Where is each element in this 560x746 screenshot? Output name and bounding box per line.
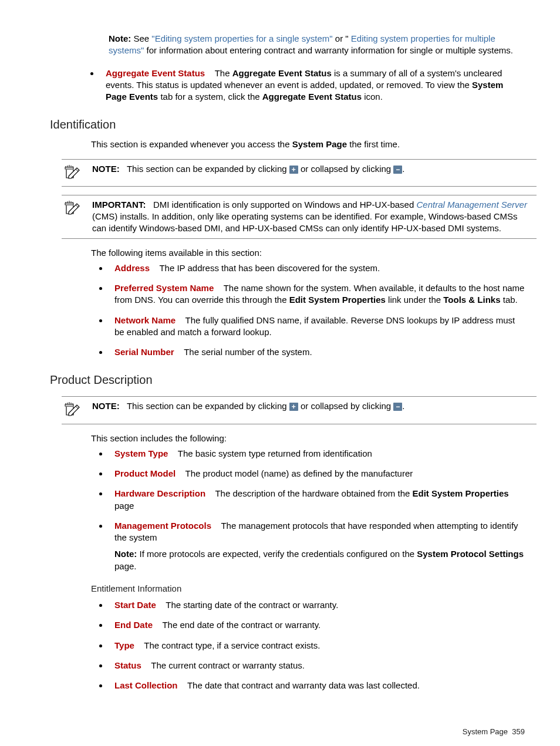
heading-entitlement-information: Entitlement Information bbox=[91, 583, 525, 595]
list-item: Status The current contract or warranty … bbox=[109, 660, 525, 671]
term-address: Address bbox=[114, 263, 150, 273]
note-label: Note: bbox=[109, 33, 131, 43]
list-item: Address The IP address that has been dis… bbox=[109, 262, 525, 274]
important-box: IMPORTANT: DMI identification is only su… bbox=[62, 195, 537, 239]
svg-rect-2 bbox=[65, 404, 73, 406]
note-label: NOTE: bbox=[92, 401, 120, 411]
term-product-model: Product Model bbox=[114, 468, 176, 478]
items-intro: The following items available in this se… bbox=[91, 247, 525, 259]
svg-rect-0 bbox=[65, 167, 73, 169]
heading-product-description: Product Description bbox=[50, 372, 525, 388]
list-item: Serial Number The serial number of the s… bbox=[109, 346, 525, 358]
note-label: Note: bbox=[114, 549, 137, 559]
term-start-date: Start Date bbox=[114, 600, 156, 610]
pencil-note-icon bbox=[64, 164, 82, 180]
important-label: IMPORTANT: bbox=[92, 200, 146, 210]
expand-plus-icon[interactable]: + bbox=[289, 166, 298, 174]
note-box: NOTE: This section can be expanded by cl… bbox=[62, 396, 537, 424]
term-preferred-system-name: Preferred System Name bbox=[114, 283, 214, 293]
collapse-minus-icon[interactable]: − bbox=[393, 403, 402, 411]
term-serial-number: Serial Number bbox=[114, 347, 174, 357]
product-intro: This section includes the following: bbox=[91, 433, 525, 444]
list-item: Network Name The fully qualified DNS nam… bbox=[109, 315, 525, 339]
collapse-minus-icon[interactable]: − bbox=[393, 166, 402, 174]
link-edit-single[interactable]: "Editing system properties for a single … bbox=[151, 33, 332, 43]
note-paragraph: Note: See "Editing system properties for… bbox=[109, 33, 525, 57]
link-cms[interactable]: Central Management Server bbox=[416, 200, 527, 210]
term-type: Type bbox=[114, 640, 134, 650]
list-item: Hardware Description The description of … bbox=[109, 488, 525, 512]
list-item: System Type The basic system type return… bbox=[109, 448, 525, 460]
term-end-date: End Date bbox=[114, 620, 153, 630]
list-item: Type The contract type, if a service con… bbox=[109, 640, 525, 652]
term-network-name: Network Name bbox=[114, 315, 176, 325]
expand-plus-icon[interactable]: + bbox=[289, 403, 298, 411]
list-item: Management Protocols The management prot… bbox=[109, 520, 525, 572]
list-item: Last Collection The date that contract a… bbox=[109, 680, 525, 691]
term-status: Status bbox=[114, 660, 141, 670]
identification-intro: This section is expanded whenever you ac… bbox=[91, 139, 525, 150]
pencil-note-icon bbox=[64, 401, 82, 417]
term-last-collection: Last Collection bbox=[114, 680, 178, 690]
page-footer: System Page 359 bbox=[50, 727, 525, 737]
term-hardware-description: Hardware Description bbox=[114, 488, 205, 498]
term-management-protocols: Management Protocols bbox=[114, 521, 211, 531]
list-item: Preferred System Name The name shown for… bbox=[109, 282, 525, 306]
note-box: NOTE: This section can be expanded by cl… bbox=[62, 159, 537, 187]
term-system-type: System Type bbox=[114, 448, 168, 458]
list-item: Start Date The starting date of the cont… bbox=[109, 599, 525, 611]
pencil-note-icon bbox=[64, 200, 82, 215]
list-item: End Date The end date of the contract or… bbox=[109, 619, 525, 631]
list-item: Aggregate Event Status The Aggregate Eve… bbox=[100, 67, 525, 103]
svg-rect-1 bbox=[65, 203, 73, 205]
list-item: Product Model The product model (name) a… bbox=[109, 468, 525, 480]
heading-identification: Identification bbox=[50, 117, 525, 133]
term-aggregate-event-status: Aggregate Event Status bbox=[106, 68, 205, 78]
note-label: NOTE: bbox=[92, 164, 120, 174]
